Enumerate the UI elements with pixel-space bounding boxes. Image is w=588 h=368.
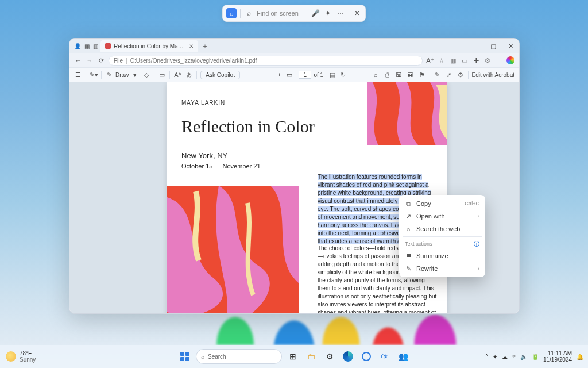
info-icon[interactable]: i bbox=[474, 241, 479, 247]
artwork-top bbox=[367, 82, 447, 145]
contents-icon[interactable]: ☰ bbox=[74, 71, 82, 79]
print-icon[interactable]: ⎙ bbox=[384, 71, 392, 79]
ctx-summarize[interactable]: ≣ Summarize bbox=[399, 250, 485, 262]
profile-icon[interactable]: 👤 bbox=[74, 43, 81, 49]
pdf-settings-icon[interactable]: ⚙ bbox=[457, 71, 465, 79]
extensions-icon[interactable]: ✚ bbox=[472, 56, 480, 64]
taskbar-search[interactable]: ⌕ Search bbox=[196, 349, 282, 364]
ctx-open-with[interactable]: ↗ Open with › bbox=[399, 210, 485, 223]
search-icon: ⌕ bbox=[244, 9, 253, 17]
explorer-icon[interactable]: 🗀 bbox=[304, 349, 319, 364]
url-path: C:Users/Onedrive/s_izza/lovegivedrive/la… bbox=[130, 56, 257, 65]
save-as-icon[interactable]: 🖬 bbox=[407, 71, 415, 79]
page-number-input[interactable] bbox=[299, 71, 311, 79]
text-box-icon[interactable]: ▭ bbox=[158, 71, 166, 79]
collections-icon[interactable]: ▭ bbox=[461, 56, 469, 64]
tray-volume-icon[interactable]: 🔈 bbox=[520, 354, 527, 360]
settings-app-icon[interactable]: ⚙ bbox=[322, 349, 337, 364]
browser2-icon[interactable] bbox=[359, 349, 374, 364]
read-aloud-icon[interactable]: A⁺ bbox=[426, 56, 434, 64]
tray-chevron-icon[interactable]: ˄ bbox=[485, 354, 488, 360]
doc-dates: October 15 — November 21 bbox=[181, 163, 261, 170]
clock-date: 11/19/2024 bbox=[543, 356, 572, 363]
doc-author: MAYA LARKIN bbox=[181, 99, 225, 106]
tray-onedrive-icon[interactable]: ☁ bbox=[502, 354, 508, 360]
edit-acrobat-button[interactable]: Edit with Acrobat bbox=[472, 72, 514, 78]
zoom-in-icon[interactable]: + bbox=[275, 71, 283, 79]
page-total: of 1 bbox=[314, 72, 323, 78]
url-scheme: File bbox=[114, 56, 123, 65]
draw-button[interactable]: ✎Draw▾ bbox=[105, 71, 139, 79]
context-menu: ⧉ Copy Ctrl+C ↗ Open with › ⌕ Search the… bbox=[399, 195, 485, 277]
nav-refresh-icon[interactable]: ⟳ bbox=[97, 56, 105, 64]
draw-label: Draw bbox=[115, 72, 129, 78]
copilot-icon[interactable] bbox=[506, 56, 514, 64]
rotate-icon[interactable]: ↻ bbox=[339, 71, 347, 79]
workspaces-icon[interactable]: ▦ bbox=[84, 43, 90, 49]
menu-icon[interactable]: ⋯ bbox=[495, 56, 503, 64]
mic-icon[interactable]: 🎤 bbox=[311, 9, 320, 17]
ctx-rewrite[interactable]: ✎ Rewrite › bbox=[399, 262, 485, 275]
taskbar-clock[interactable]: 11:11 AM 11/19/2024 bbox=[543, 350, 572, 363]
nav-back-icon[interactable]: ← bbox=[74, 56, 82, 64]
nav-forward-icon[interactable]: → bbox=[86, 56, 94, 64]
new-tab-button[interactable]: ＋ bbox=[202, 41, 208, 51]
tab-close-icon[interactable]: ✕ bbox=[189, 43, 194, 49]
system-tray[interactable]: ˄ ✦ ☁ ⌔ 🔈 🔋 11:11 AM 11/19/2024 🔔 bbox=[485, 350, 588, 363]
fit-page-icon[interactable]: ▭ bbox=[285, 71, 293, 79]
start-button[interactable] bbox=[177, 349, 192, 364]
window-maximize-button[interactable]: ▢ bbox=[485, 39, 502, 53]
weather-cond: Sunny bbox=[20, 356, 36, 363]
doc-location: New York, NY bbox=[181, 151, 227, 160]
ask-copilot-button[interactable]: Ask Copilot bbox=[200, 71, 240, 79]
fullscreen-icon[interactable]: ⤢ bbox=[445, 71, 453, 79]
zoom-out-icon[interactable]: − bbox=[265, 71, 273, 79]
taskbar-search-placeholder: Search bbox=[208, 354, 226, 360]
tab-actions-icon[interactable]: ▥ bbox=[93, 43, 98, 49]
summarize-icon: ≣ bbox=[405, 252, 412, 260]
find-icon[interactable]: ⌕ bbox=[372, 71, 380, 79]
more-icon[interactable]: ⋯ bbox=[336, 9, 345, 17]
page-view-icon[interactable]: ▤ bbox=[328, 71, 336, 79]
task-view-icon[interactable]: ⊞ bbox=[285, 349, 300, 364]
sparkle-icon[interactable]: ✦ bbox=[323, 9, 332, 17]
tray-copilot-icon[interactable]: ✦ bbox=[493, 354, 497, 360]
artwork-left bbox=[167, 186, 299, 313]
browser-tab[interactable]: Reflection in Color by Maya Lark ✕ bbox=[100, 40, 198, 52]
edit-icon[interactable]: ✎ bbox=[434, 71, 442, 79]
clock-time: 11:11 AM bbox=[548, 350, 572, 356]
find-on-screen-bar[interactable]: ⌕ ⌕ Find on screen 🎤 ✦ ⋯ ✕ bbox=[222, 5, 366, 22]
ctx-search-web[interactable]: ⌕ Search the web bbox=[399, 223, 485, 235]
settings-icon[interactable]: ⚙ bbox=[483, 56, 492, 64]
rewrite-icon: ✎ bbox=[405, 265, 412, 273]
close-icon[interactable]: ✕ bbox=[353, 9, 362, 17]
find-app-icon: ⌕ bbox=[226, 8, 237, 18]
copy-icon: ⧉ bbox=[405, 200, 412, 208]
favorite-icon[interactable]: ☆ bbox=[438, 56, 446, 64]
address-bar-row: ← → ⟳ File | C:Users/Onedrive/s_izza/lov… bbox=[69, 53, 519, 67]
read-aloud2-icon[interactable]: Aᵇ bbox=[173, 71, 181, 79]
flag-icon[interactable]: ⚑ bbox=[418, 71, 426, 79]
weather-temp: 78°F bbox=[20, 350, 36, 356]
notifications-icon[interactable]: 🔔 bbox=[577, 354, 583, 360]
translate-icon[interactable]: あ bbox=[185, 71, 193, 79]
chevron-down-icon: ▾ bbox=[131, 71, 139, 79]
window-close-button[interactable]: ✕ bbox=[502, 39, 519, 53]
find-placeholder: Find on screen bbox=[257, 10, 307, 17]
tray-battery-icon[interactable]: 🔋 bbox=[532, 354, 539, 360]
tray-wifi-icon[interactable]: ⌔ bbox=[512, 354, 516, 360]
pdf-favicon bbox=[105, 43, 111, 49]
ctx-copy[interactable]: ⧉ Copy Ctrl+C bbox=[399, 197, 485, 210]
save-icon[interactable]: 🖫 bbox=[395, 71, 403, 79]
titlebar: 👤 ▦ ▥ Reflection in Color by Maya Lark ✕… bbox=[69, 39, 519, 53]
teams-icon[interactable]: 👥 bbox=[396, 349, 411, 364]
split-screen-icon[interactable]: ▥ bbox=[449, 56, 457, 64]
ctx-section-header: Text actions i bbox=[399, 238, 485, 250]
store-icon[interactable]: 🛍 bbox=[377, 349, 392, 364]
address-bar[interactable]: File | C:Users/Onedrive/s_izza/lovegived… bbox=[109, 56, 423, 66]
taskbar-weather[interactable]: 78°F Sunny bbox=[0, 350, 69, 363]
erase-icon[interactable]: ◇ bbox=[142, 71, 150, 79]
edge-icon[interactable] bbox=[341, 349, 355, 364]
highlight-icon[interactable]: ✎▾ bbox=[90, 71, 98, 79]
window-minimize-button[interactable]: — bbox=[467, 39, 485, 53]
